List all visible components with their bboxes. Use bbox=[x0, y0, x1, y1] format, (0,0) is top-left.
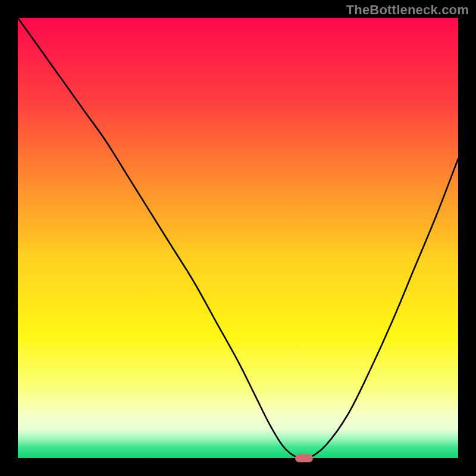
optimal-marker bbox=[295, 454, 313, 462]
gradient-background bbox=[18, 18, 458, 458]
chart-frame: TheBottleneck.com bbox=[0, 0, 476, 476]
bottleneck-chart bbox=[0, 0, 476, 476]
watermark-text: TheBottleneck.com bbox=[346, 2, 469, 18]
